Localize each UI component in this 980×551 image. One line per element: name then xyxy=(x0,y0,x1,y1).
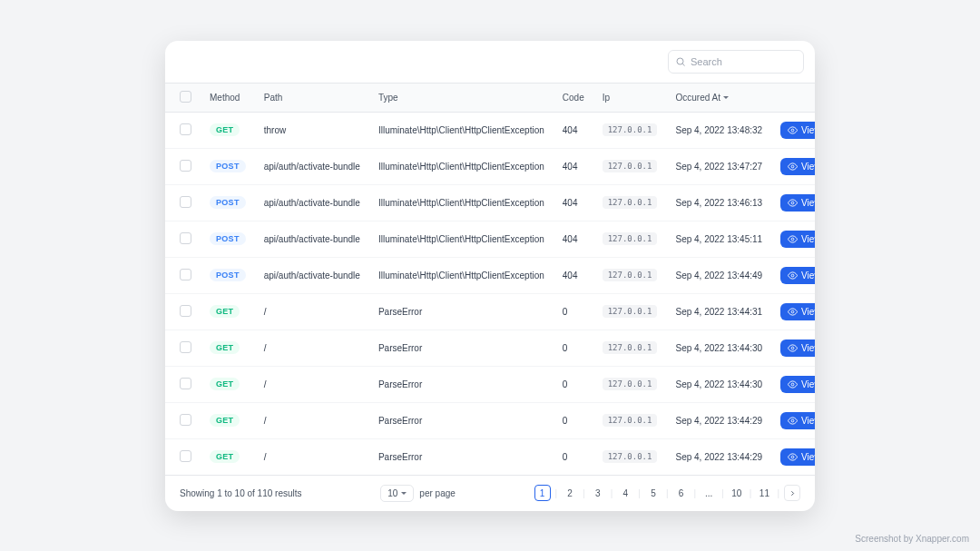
svg-point-2 xyxy=(791,129,794,132)
svg-point-3 xyxy=(791,165,794,168)
type-cell: ParseError xyxy=(369,438,554,475)
per-page-control: 10 per page xyxy=(380,485,456,502)
ip-chip: 127.0.0.1 xyxy=(603,160,658,172)
page-10[interactable]: 10 xyxy=(729,485,745,501)
table-row: GET/ParseError0127.0.0.1Sep 4, 2022 13:4… xyxy=(165,330,815,366)
topbar xyxy=(165,41,815,84)
col-method[interactable]: Method xyxy=(201,84,255,113)
path-cell: throw xyxy=(255,112,369,148)
view-button[interactable]: View xyxy=(780,303,815,320)
type-cell: Illuminate\Http\Client\HttpClientExcepti… xyxy=(369,184,554,221)
view-button[interactable]: View xyxy=(780,158,815,175)
occurred-cell: Sep 4, 2022 13:44:29 xyxy=(666,402,771,438)
method-badge: POST xyxy=(210,196,246,209)
page-4[interactable]: 4 xyxy=(617,485,633,501)
type-cell: ParseError xyxy=(369,293,554,330)
ip-chip: 127.0.0.1 xyxy=(603,378,658,390)
col-ip[interactable]: Ip xyxy=(593,84,667,113)
view-button[interactable]: View xyxy=(780,194,815,212)
table-row: GET/ParseError0127.0.0.1Sep 4, 2022 13:4… xyxy=(165,293,815,330)
table-row: GET/ParseError0127.0.0.1Sep 4, 2022 13:4… xyxy=(165,366,815,402)
occurred-cell: Sep 4, 2022 13:46:13 xyxy=(666,184,771,221)
path-cell: / xyxy=(255,402,369,438)
svg-point-7 xyxy=(791,310,794,313)
chevron-down-icon xyxy=(401,492,407,495)
col-path[interactable]: Path xyxy=(255,84,369,113)
method-badge: POST xyxy=(210,232,246,245)
ip-chip: 127.0.0.1 xyxy=(603,305,658,318)
method-badge: GET xyxy=(210,305,240,318)
showing-text: Showing 1 to 10 of 110 results xyxy=(180,488,302,498)
row-checkbox[interactable] xyxy=(180,123,191,135)
path-cell: api/auth/activate-bundle xyxy=(255,257,369,293)
occurred-cell: Sep 4, 2022 13:44:30 xyxy=(666,366,771,402)
ip-chip: 127.0.0.1 xyxy=(603,196,658,209)
eye-icon xyxy=(788,307,798,317)
occurred-cell: Sep 4, 2022 13:45:11 xyxy=(666,221,771,257)
table-row: GET/ParseError0127.0.0.1Sep 4, 2022 13:4… xyxy=(165,402,815,438)
per-page-label: per page xyxy=(419,488,455,498)
page-next[interactable] xyxy=(784,485,800,501)
type-cell: Illuminate\Http\Client\HttpClientExcepti… xyxy=(369,112,554,148)
page-ellipsis: ... xyxy=(701,485,717,501)
eye-icon xyxy=(788,416,798,426)
svg-point-4 xyxy=(791,202,794,204)
col-code[interactable]: Code xyxy=(554,84,593,113)
row-checkbox[interactable] xyxy=(180,378,191,389)
view-button[interactable]: View xyxy=(780,376,815,393)
row-checkbox[interactable] xyxy=(180,269,191,280)
row-checkbox[interactable] xyxy=(180,232,191,244)
page-6[interactable]: 6 xyxy=(673,485,690,501)
view-button[interactable]: View xyxy=(780,412,815,429)
row-checkbox[interactable] xyxy=(180,196,191,208)
view-button[interactable]: View xyxy=(780,448,815,466)
type-cell: ParseError xyxy=(369,330,554,366)
method-badge: POST xyxy=(210,160,246,172)
code-cell: 404 xyxy=(554,184,593,221)
svg-point-6 xyxy=(791,274,794,277)
row-checkbox[interactable] xyxy=(180,450,191,462)
view-button[interactable]: View xyxy=(780,267,815,284)
row-checkbox[interactable] xyxy=(180,341,191,353)
col-occurred-at[interactable]: Occured At xyxy=(666,84,771,113)
code-cell: 404 xyxy=(554,148,593,184)
code-cell: 0 xyxy=(554,438,593,475)
occurred-cell: Sep 4, 2022 13:44:29 xyxy=(666,438,771,475)
page-11[interactable]: 11 xyxy=(756,485,772,501)
svg-point-5 xyxy=(791,238,794,241)
watermark: Screenshot by Xnapper.com xyxy=(855,534,969,544)
occurred-cell: Sep 4, 2022 13:44:31 xyxy=(666,293,771,330)
view-button[interactable]: View xyxy=(780,339,815,357)
method-badge: GET xyxy=(210,378,240,390)
ip-chip: 127.0.0.1 xyxy=(603,123,658,136)
path-cell: api/auth/activate-bundle xyxy=(255,148,369,184)
ip-chip: 127.0.0.1 xyxy=(603,269,658,281)
eye-icon xyxy=(788,271,798,280)
path-cell: / xyxy=(255,366,369,402)
path-cell: api/auth/activate-bundle xyxy=(255,184,369,221)
type-cell: ParseError xyxy=(369,366,554,402)
page-3[interactable]: 3 xyxy=(590,485,606,501)
svg-point-10 xyxy=(791,419,794,422)
path-cell: / xyxy=(255,438,369,475)
method-badge: GET xyxy=(210,341,240,354)
page-1[interactable]: 1 xyxy=(534,485,551,501)
code-cell: 0 xyxy=(554,402,593,438)
svg-point-11 xyxy=(791,456,794,458)
row-checkbox[interactable] xyxy=(180,160,191,172)
type-cell: ParseError xyxy=(369,402,554,438)
page-2[interactable]: 2 xyxy=(562,485,578,501)
type-cell: Illuminate\Http\Client\HttpClientExcepti… xyxy=(369,148,554,184)
ip-chip: 127.0.0.1 xyxy=(603,414,658,427)
select-all-checkbox[interactable] xyxy=(180,91,191,103)
col-type[interactable]: Type xyxy=(369,84,554,113)
page-5[interactable]: 5 xyxy=(645,485,662,501)
search-input[interactable] xyxy=(668,50,804,74)
row-checkbox[interactable] xyxy=(180,305,191,317)
table-row: GET/ParseError0127.0.0.1Sep 4, 2022 13:4… xyxy=(165,438,815,475)
row-checkbox[interactable] xyxy=(180,414,191,426)
view-button[interactable]: View xyxy=(780,122,815,139)
per-page-select[interactable]: 10 xyxy=(380,485,414,502)
view-button[interactable]: View xyxy=(780,231,815,248)
table-row: GETthrowIlluminate\Http\Client\HttpClien… xyxy=(165,112,815,148)
